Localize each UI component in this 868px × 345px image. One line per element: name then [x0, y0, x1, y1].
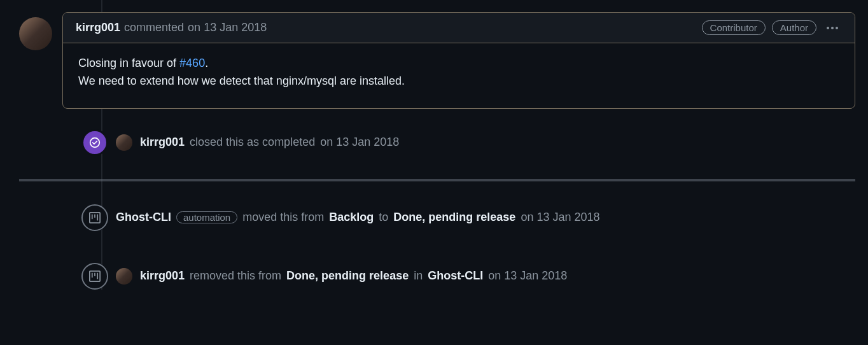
project-icon	[81, 263, 108, 290]
comment-author-link[interactable]: kirrg001	[76, 21, 120, 34]
timeline-container: kirrg001 commented on 13 Jan 2018 Contri…	[13, 0, 855, 290]
comment-body: Closing in favour of #460. We need to ex…	[63, 43, 855, 108]
comment-text: Closing in favour of	[78, 57, 179, 69]
closed-icon	[81, 129, 108, 156]
project-column-to: Done, pending release	[393, 211, 515, 224]
event-action: closed this as completed	[190, 136, 315, 149]
event-mid: to	[379, 211, 388, 224]
event-actor-link[interactable]: kirrg001	[140, 136, 185, 149]
comment-text: .	[205, 57, 208, 69]
comment-header: kirrg001 commented on 13 Jan 2018 Contri…	[63, 13, 855, 43]
comment-action-text: commented	[124, 21, 184, 34]
automation-tag: automation	[176, 211, 237, 223]
project-link[interactable]: Ghost-CLI	[116, 211, 171, 224]
comment-header-actions: Contributor Author	[702, 20, 842, 35]
event-text: Ghost-CLI automation moved this from Bac…	[116, 211, 600, 224]
event-actor-avatar[interactable]	[116, 268, 132, 285]
timeline-divider	[19, 179, 855, 181]
event-action: removed this from	[190, 269, 281, 283]
comment-box: kirrg001 commented on 13 Jan 2018 Contri…	[62, 12, 855, 109]
project-column-from: Backlog	[329, 211, 374, 224]
event-date[interactable]: on 13 Jan 2018	[521, 211, 599, 224]
timeline-event-project-removed: kirrg001 removed this from Done, pending…	[19, 263, 855, 290]
event-action: moved this from	[242, 211, 324, 224]
comment-header-meta: kirrg001 commented on 13 Jan 2018	[76, 21, 267, 34]
issue-reference-link[interactable]: #460	[179, 57, 205, 69]
author-badge: Author	[772, 20, 816, 35]
event-text: kirrg001 removed this from Done, pending…	[140, 269, 567, 283]
timeline-event-closed: kirrg001 closed this as completed on 13 …	[19, 129, 855, 156]
comment-actions-menu-button[interactable]	[823, 23, 842, 33]
event-date[interactable]: on 13 Jan 2018	[488, 269, 567, 283]
project-column-from: Done, pending release	[286, 269, 409, 283]
event-mid: in	[414, 269, 423, 283]
comment-author-avatar[interactable]	[19, 17, 52, 50]
project-icon	[81, 204, 108, 231]
event-actor-link[interactable]: kirrg001	[140, 269, 185, 283]
contributor-badge: Contributor	[702, 20, 766, 35]
event-text: kirrg001 closed this as completed on 13 …	[140, 136, 399, 149]
comment-item: kirrg001 commented on 13 Jan 2018 Contri…	[19, 0, 855, 109]
comment-line-2: We need to extend how we detect that ngi…	[78, 73, 839, 90]
comment-arrow-decoration	[62, 25, 63, 36]
event-actor-avatar[interactable]	[116, 134, 132, 151]
event-date[interactable]: on 13 Jan 2018	[320, 136, 399, 149]
comment-date[interactable]: on 13 Jan 2018	[188, 21, 267, 34]
comment-line-1: Closing in favour of #460.	[78, 55, 839, 73]
timeline-event-project-moved: Ghost-CLI automation moved this from Bac…	[19, 204, 855, 231]
project-link[interactable]: Ghost-CLI	[428, 269, 483, 283]
